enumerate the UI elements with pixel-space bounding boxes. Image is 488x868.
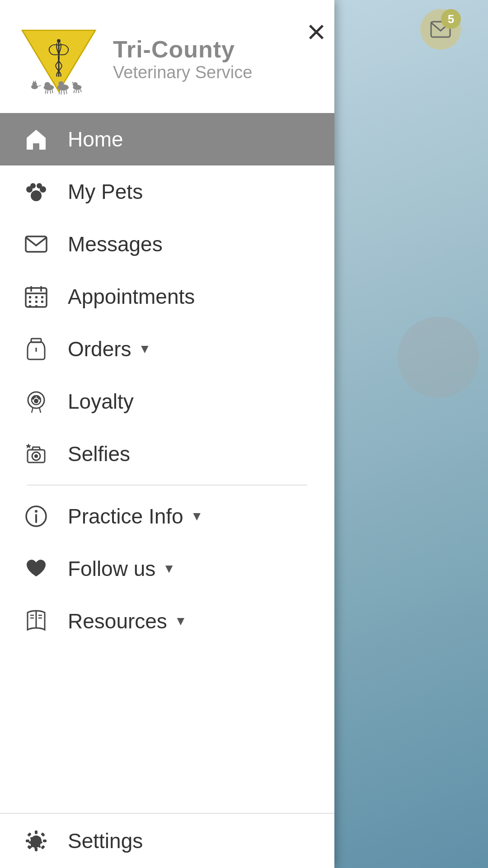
svg-line-12	[47, 90, 48, 94]
settings-label: Settings	[68, 829, 143, 853]
close-icon: ×	[307, 15, 326, 48]
appointments-label: Appointments	[68, 284, 195, 309]
svg-rect-32	[26, 236, 47, 252]
svg-point-50	[34, 399, 38, 403]
svg-marker-57	[26, 443, 31, 448]
sidebar-item-appointments[interactable]: Appointments	[0, 270, 334, 323]
drawer-footer: Settings	[0, 813, 334, 868]
svg-rect-76	[41, 832, 45, 837]
svg-line-24	[76, 90, 76, 93]
svg-point-22	[73, 82, 78, 87]
svg-point-27	[31, 190, 42, 201]
sidebar-item-practice-info[interactable]: Practice Info ▼	[0, 490, 334, 542]
sidebar-item-home[interactable]: Home	[0, 113, 334, 165]
svg-line-13	[50, 90, 51, 94]
logo-text: Tri-County Veterinary Service	[113, 36, 252, 82]
svg-rect-75	[27, 832, 32, 837]
decorative-circle	[398, 316, 479, 398]
svg-line-20	[66, 90, 66, 94]
info-icon	[23, 503, 50, 530]
svg-line-18	[61, 90, 61, 94]
svg-point-16	[58, 81, 63, 87]
svg-rect-42	[41, 301, 43, 303]
svg-line-14	[52, 90, 53, 93]
svg-point-31	[40, 186, 46, 193]
gear-icon	[23, 827, 50, 854]
message-badge-container[interactable]: 5	[420, 9, 461, 50]
svg-rect-44	[35, 305, 38, 307]
drawer-header: Tri-County Veterinary Service	[0, 0, 334, 113]
svg-point-54	[38, 397, 41, 400]
home-label: Home	[68, 127, 123, 151]
sidebar-item-resources[interactable]: Resources ▼	[0, 595, 334, 647]
sidebar-item-follow-us[interactable]: Follow us ▼	[0, 542, 334, 595]
svg-rect-72	[35, 848, 38, 851]
svg-rect-40	[29, 301, 31, 303]
svg-line-19	[64, 90, 64, 94]
sidebar-item-messages[interactable]: Messages	[0, 218, 334, 270]
svg-marker-7	[35, 80, 36, 82]
svg-marker-6	[33, 80, 34, 82]
svg-line-55	[32, 407, 33, 413]
loyalty-label: Loyalty	[68, 389, 134, 414]
heart-icon	[23, 555, 50, 582]
mail-icon	[23, 231, 50, 258]
nav-list: Home My Pets Me	[0, 113, 334, 813]
svg-rect-41	[35, 301, 38, 303]
svg-point-10	[45, 82, 51, 87]
side-background	[334, 0, 488, 868]
svg-point-60	[34, 454, 38, 458]
svg-point-5	[32, 82, 37, 86]
logo-image	[18, 18, 99, 99]
svg-line-56	[39, 407, 41, 413]
orders-chevron: ▼	[139, 342, 151, 356]
sidebar-item-selfies[interactable]: Selfies	[0, 428, 334, 480]
svg-rect-37	[29, 296, 31, 298]
svg-point-52	[34, 396, 36, 398]
book-icon	[23, 608, 50, 635]
camera-icon	[23, 440, 50, 467]
svg-line-26	[80, 90, 81, 92]
sidebar-item-loyalty[interactable]: Loyalty	[0, 375, 334, 428]
svg-line-23	[74, 90, 74, 93]
svg-point-29	[30, 183, 36, 189]
selfies-label: Selfies	[68, 442, 130, 466]
svg-point-63	[35, 510, 38, 513]
follow-us-chevron: ▼	[163, 561, 175, 576]
svg-point-3	[57, 39, 61, 42]
logo-title: Tri-County	[113, 36, 252, 63]
svg-rect-38	[35, 296, 38, 298]
svg-line-11	[45, 90, 46, 94]
home-icon	[23, 126, 50, 153]
resources-label: Resources	[68, 609, 167, 633]
follow-us-label: Follow us	[68, 557, 155, 581]
my-pets-label: My Pets	[68, 179, 143, 204]
message-count-badge: 5	[441, 9, 461, 29]
orders-label: Orders	[68, 337, 131, 361]
practice-info-chevron: ▼	[191, 509, 203, 524]
sidebar-item-orders[interactable]: Orders ▼	[0, 323, 334, 375]
bottle-icon	[23, 335, 50, 363]
svg-rect-39	[41, 296, 43, 298]
svg-rect-71	[35, 830, 38, 834]
practice-info-label: Practice Info	[68, 504, 183, 528]
sidebar-item-my-pets[interactable]: My Pets	[0, 165, 334, 218]
calendar-icon	[23, 283, 50, 310]
paw-icon	[23, 178, 50, 205]
svg-rect-74	[43, 840, 47, 842]
nav-divider	[0, 485, 334, 486]
svg-rect-78	[41, 845, 45, 849]
navigation-drawer: Tri-County Veterinary Service Home	[0, 0, 334, 868]
messages-label: Messages	[68, 232, 163, 256]
loyalty-icon	[23, 388, 50, 415]
close-button[interactable]: ×	[298, 14, 334, 50]
svg-rect-43	[29, 305, 31, 307]
svg-rect-73	[26, 840, 29, 842]
logo-subtitle: Veterinary Service	[113, 63, 252, 82]
resources-chevron: ▼	[174, 614, 187, 628]
svg-line-25	[78, 90, 79, 93]
svg-line-8	[38, 85, 41, 86]
svg-line-17	[59, 90, 60, 94]
